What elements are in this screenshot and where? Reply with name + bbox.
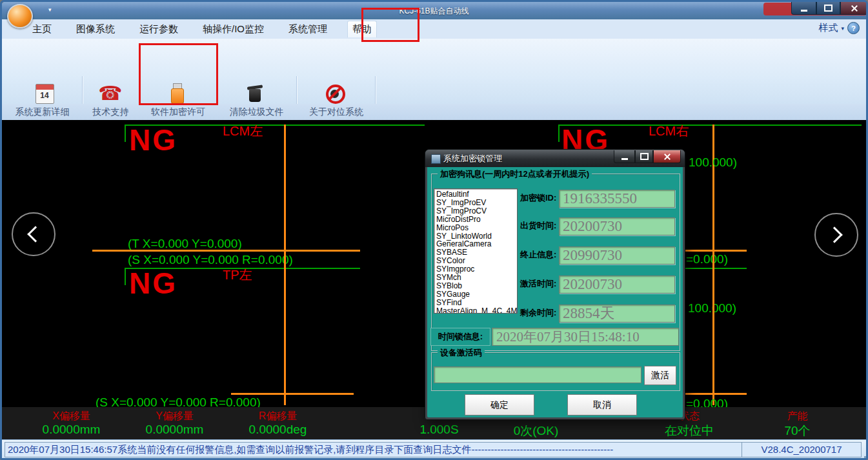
camera-label: TP左 xyxy=(223,266,252,284)
window-title: KCJ-61B贴合自动线 xyxy=(2,6,866,17)
metric-value: 1.000S xyxy=(386,423,492,437)
metric-label: X偏移量 xyxy=(18,410,125,421)
group-caption: 软件加密许可 xyxy=(140,104,216,120)
dialog-icon xyxy=(431,154,441,164)
module-list-item[interactable]: Defaultinf xyxy=(436,190,515,199)
field-value: 20990730 xyxy=(559,246,675,265)
metric-label: Y偏移量 xyxy=(121,410,228,421)
tab-system-mgmt[interactable]: 系统管理 xyxy=(284,21,332,37)
activation-code-input[interactable] xyxy=(434,366,641,383)
field-label: 出货时间: xyxy=(520,220,559,232)
group-caption: 关于对位系统 xyxy=(298,104,375,120)
tab-home[interactable]: 主页 xyxy=(28,21,56,37)
prev-view-button[interactable] xyxy=(12,212,56,256)
metric-label: R偏移量 xyxy=(225,410,331,421)
metric-label: 产能 xyxy=(744,410,851,421)
field-value: 20200730 xyxy=(559,275,675,294)
field-label: 终止信息: xyxy=(520,249,559,261)
maximize-icon xyxy=(824,5,833,12)
ribbon-tab-bar: 主页 图像系统 运行参数 轴操作/IO监控 系统管理 帮助 xyxy=(2,19,866,39)
group-caption: 技术支持 xyxy=(83,104,138,120)
dialog-maximize-button[interactable] xyxy=(635,150,653,163)
minimize-button[interactable] xyxy=(791,2,816,15)
metric-value: 0.0000mm xyxy=(121,423,228,437)
field-label: 激活时间: xyxy=(520,278,559,290)
tab-axis-io[interactable]: 轴操作/IO监控 xyxy=(198,21,268,37)
close-button[interactable] xyxy=(840,2,868,15)
tab-image-system[interactable]: 图像系统 xyxy=(72,21,119,37)
ribbon-tabs: 主页 图像系统 运行参数 轴操作/IO监控 系统管理 帮助 xyxy=(28,19,377,39)
activate-button[interactable]: 激活 xyxy=(644,366,676,385)
help-icon[interactable]: ? xyxy=(847,22,860,34)
ng-status-text: NG xyxy=(129,125,177,155)
chevron-right-icon xyxy=(826,226,842,243)
status-bar: 2020年07月30日15:46:57系统当前没有任何报警信息,如需查询以前报警… xyxy=(2,439,866,460)
cancel-button[interactable]: 取消 xyxy=(567,394,637,415)
coord-fragment: 100.000) xyxy=(689,155,737,170)
group-caption: 系统更新详细 xyxy=(3,104,81,120)
camera-label: LCM左 xyxy=(223,123,263,140)
dialog-close-button[interactable] xyxy=(653,150,681,163)
crosshair-hline xyxy=(231,393,354,395)
metric-value: 在对位中 xyxy=(638,423,741,437)
time-lock-label: 时间锁信息: xyxy=(430,328,490,346)
annotation-box-encryption-button xyxy=(139,43,218,105)
dialog-titlebar[interactable]: 系统加密锁管理 xyxy=(425,150,685,167)
module-list-item[interactable]: SYBlob xyxy=(436,282,515,290)
field-label: 加密锁ID: xyxy=(520,192,559,204)
metric-value: 0.0000mm xyxy=(18,423,125,437)
module-list-item[interactable]: MasterAlign_M_4C_4M xyxy=(436,307,515,314)
maximize-button[interactable] xyxy=(816,2,840,15)
field-label: 剩余时间: xyxy=(520,307,559,319)
view-border-tick xyxy=(125,268,126,285)
module-list-item[interactable]: MicroDistPro xyxy=(436,215,515,224)
module-listbox[interactable]: DefaultinfSY_ImgProEVSY_ImgProCVMicroDis… xyxy=(434,188,518,314)
dialog-title: 系统加密锁管理 xyxy=(443,153,502,165)
group-caption: 清除垃圾文件 xyxy=(218,104,295,120)
t-offset-text: (T X=0.000 Y=0.000) xyxy=(128,237,242,251)
view-border-line xyxy=(685,268,747,269)
crosshair-vline xyxy=(284,125,286,251)
module-list-item[interactable]: SYFind xyxy=(436,299,515,307)
crosshair-vline xyxy=(712,250,714,405)
module-list-item[interactable]: SY_ImgProEV xyxy=(436,199,515,207)
dialog-minimize-button[interactable] xyxy=(614,150,635,163)
metric-value: 0次(OK) xyxy=(483,423,589,437)
module-list-item[interactable]: SY_ImgProCV xyxy=(436,207,515,215)
field-value: 1916335550 xyxy=(559,190,675,208)
style-caret-icon[interactable]: ▾ xyxy=(841,25,844,32)
time-lock-value: 2020年07月30日15:48:10 xyxy=(492,328,679,346)
view-border-tick xyxy=(558,125,560,142)
module-list-item[interactable]: SYGauge xyxy=(436,290,515,299)
version-label: V28.4C_20200717 xyxy=(742,442,862,457)
encryption-lock-dialog: 系统加密锁管理 加密狗讯息(一周内时12点或者开机提示) DefaultinfS… xyxy=(425,149,685,420)
dialog-window-controls xyxy=(614,150,681,163)
minimize-icon xyxy=(621,158,628,160)
maximize-icon xyxy=(640,153,649,160)
window-controls xyxy=(791,2,868,15)
application-window: ▾ KCJ-61B贴合自动线 主页 图像系统 运行参数 轴操作/IO监控 系统管… xyxy=(0,0,868,460)
chevron-left-icon xyxy=(27,226,43,242)
ok-button[interactable]: 确定 xyxy=(465,394,534,415)
title-bar[interactable]: ▾ KCJ-61B贴合自动线 xyxy=(2,2,866,19)
crosshair-vline xyxy=(284,250,286,405)
tab-run-params[interactable]: 运行参数 xyxy=(135,21,183,37)
prohibition-icon xyxy=(324,83,346,105)
style-label[interactable]: 样式 xyxy=(818,22,838,34)
annotation-box-help-tab xyxy=(361,8,419,42)
calendar-icon: 14 xyxy=(34,83,56,105)
next-view-button[interactable] xyxy=(814,213,858,257)
status-message: 2020年07月30日15:46:57系统当前没有任何报警信息,如需查询以前报警… xyxy=(5,442,744,457)
resize-grip[interactable] xyxy=(858,452,864,459)
minimize-icon xyxy=(801,10,807,12)
coord-fragment: =0.000) xyxy=(686,252,728,266)
close-icon xyxy=(851,5,858,12)
module-list-item[interactable]: MicroPos xyxy=(436,224,515,232)
group-label: 加密狗讯息(一周内时12点或者开机提示) xyxy=(438,168,592,180)
app-logo-icon[interactable] xyxy=(7,4,33,28)
field-value: 28854天 xyxy=(559,305,675,323)
ribbon-group-captions: 系统更新详细 技术支持 软件加密许可 清除垃圾文件 关于对位系统 xyxy=(2,104,866,121)
group-label: 设备激活码 xyxy=(438,347,485,359)
close-icon xyxy=(664,154,671,160)
ng-status-text: NG xyxy=(129,268,177,298)
